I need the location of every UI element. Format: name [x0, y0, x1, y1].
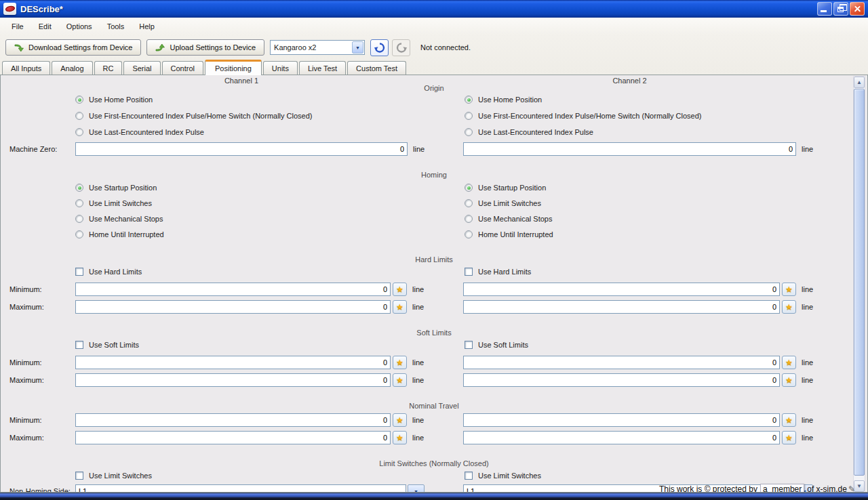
checkbox-icon	[465, 268, 473, 276]
section-title-nominal-travel: Nominal Travel	[1, 402, 867, 410]
checkbox-use-soft-limits-ch2[interactable]: Use Soft Limits	[465, 341, 528, 349]
radio-last-index-pulse-ch1[interactable]: Use Last-Encountered Index Pulse	[75, 128, 204, 136]
menu-help[interactable]: Help	[132, 20, 162, 33]
menu-tools[interactable]: Tools	[100, 20, 132, 33]
checkbox-use-hard-limits-ch1[interactable]: Use Hard Limits	[75, 268, 142, 276]
app-icon	[3, 3, 16, 15]
tab-positioning[interactable]: Positioning	[205, 60, 262, 75]
radio-use-home-position-ch2[interactable]: Use Home Position	[465, 96, 542, 104]
nominal-travel-maximum-input-ch1[interactable]	[75, 431, 391, 444]
hard-limits-maximum-input-ch1[interactable]	[75, 300, 391, 314]
watermark-text: This work is © protected by	[659, 484, 757, 493]
scroll-up-button[interactable]: ▲	[854, 77, 865, 88]
non-homing-side-select-ch1[interactable]	[75, 484, 406, 493]
restore-button[interactable]	[833, 2, 848, 16]
soft-limits-maximum-input-ch2[interactable]	[463, 373, 780, 387]
nominal-travel-minimum-input-ch1[interactable]	[75, 413, 391, 427]
download-arrow-icon	[14, 43, 24, 52]
nominal-travel-minimum-input-ch2[interactable]	[463, 413, 780, 427]
scroll-down-button[interactable]: ▼	[854, 480, 865, 492]
radio-first-index-pulse-ch1[interactable]: Use First-Encountered Index Pulse/Home S…	[75, 112, 313, 120]
chevron-down-icon[interactable]: ▼	[352, 41, 363, 54]
menu-file[interactable]: File	[4, 20, 31, 33]
capture-position-button[interactable]: ★	[782, 283, 796, 296]
tab-rc[interactable]: RC	[94, 61, 123, 75]
capture-position-button[interactable]: ★	[393, 300, 407, 314]
hard-limits-maximum-input-ch2[interactable]	[463, 300, 780, 314]
connection-status: Not connected.	[420, 43, 471, 51]
tab-all-inputs[interactable]: All Inputs	[2, 61, 50, 75]
capture-position-button[interactable]: ★	[393, 283, 407, 296]
section-title-hard-limits: Hard Limits	[1, 255, 867, 264]
hard-limits-minimum-input-ch2[interactable]	[463, 283, 780, 296]
capture-position-button[interactable]: ★	[782, 356, 796, 369]
soft-limits-minimum-input-ch2[interactable]	[463, 356, 780, 369]
capture-position-button[interactable]: ★	[393, 413, 407, 427]
hard-limits-minimum-input-ch1[interactable]	[75, 283, 391, 296]
capture-position-button[interactable]: ★	[782, 373, 796, 387]
checkbox-label: Use Hard Limits	[89, 268, 142, 276]
checkbox-use-soft-limits-ch1[interactable]: Use Soft Limits	[75, 341, 139, 349]
checkbox-use-hard-limits-ch2[interactable]: Use Hard Limits	[465, 268, 531, 276]
close-button[interactable]	[850, 2, 865, 16]
menu-edit[interactable]: Edit	[31, 20, 59, 33]
capture-position-button[interactable]: ★	[782, 300, 796, 314]
checkbox-icon	[465, 472, 473, 480]
unit-label: line	[802, 303, 813, 311]
chevron-down-icon[interactable]: ▼	[408, 484, 425, 493]
checkbox-use-limit-switches-ch2[interactable]: Use Limit Switches	[465, 472, 541, 480]
capture-position-button[interactable]: ★	[393, 373, 407, 387]
radio-icon	[75, 230, 83, 238]
radio-label: Use First-Encountered Index Pulse/Home S…	[89, 112, 313, 120]
nominal-travel-maximum-input-ch2[interactable]	[463, 431, 780, 444]
tab-live-test[interactable]: Live Test	[299, 61, 346, 75]
capture-position-button[interactable]: ★	[782, 431, 796, 444]
radio-label: Use Mechanical Stops	[89, 215, 163, 223]
capture-position-button[interactable]: ★	[393, 356, 407, 369]
radio-icon	[465, 96, 473, 104]
undo-button[interactable]	[370, 39, 389, 56]
soft-limits-minimum-input-ch1[interactable]	[75, 356, 391, 369]
star-icon: ★	[396, 303, 403, 311]
tab-custom-test[interactable]: Custom Test	[347, 61, 406, 75]
menu-options[interactable]: Options	[59, 20, 100, 33]
radio-use-limit-switches-ch1[interactable]: Use Limit Switches	[75, 199, 152, 207]
tab-serial[interactable]: Serial	[123, 61, 160, 75]
redo-button[interactable]	[392, 39, 410, 56]
tab-units[interactable]: Units	[263, 61, 298, 75]
soft-limits-minimum-label: Minimum:	[9, 358, 42, 367]
radio-label: Use Limit Switches	[478, 199, 541, 207]
radio-label: Use Startup Position	[89, 184, 157, 192]
scrollbar-thumb[interactable]	[854, 89, 865, 476]
tab-analog[interactable]: Analog	[52, 61, 92, 75]
radio-icon	[465, 112, 473, 120]
checkbox-use-limit-switches-ch1[interactable]: Use Limit Switches	[75, 472, 152, 480]
minimize-button[interactable]	[817, 2, 832, 16]
radio-use-home-position-ch1[interactable]: Use Home Position	[75, 96, 153, 104]
radio-icon	[75, 96, 83, 104]
capture-position-button[interactable]: ★	[393, 431, 407, 444]
watermark: This work is © protected by a_member of …	[659, 484, 855, 493]
radio-use-mechanical-stops-ch2[interactable]: Use Mechanical Stops	[465, 215, 552, 223]
tab-control[interactable]: Control	[162, 61, 203, 75]
radio-home-until-interrupted-ch2[interactable]: Home Until Interrupted	[465, 230, 553, 238]
vertical-scrollbar[interactable]: ▲ ▼	[853, 76, 865, 493]
radio-use-limit-switches-ch2[interactable]: Use Limit Switches	[465, 199, 541, 207]
radio-home-until-interrupted-ch1[interactable]: Home Until Interrupted	[75, 230, 164, 238]
device-select[interactable]: Kangaroo x2 ▼	[270, 40, 365, 55]
unit-label: line	[412, 376, 424, 384]
radio-use-startup-position-ch2[interactable]: Use Startup Position	[465, 184, 546, 192]
radio-label: Use Home Position	[478, 96, 542, 104]
star-icon: ★	[396, 358, 403, 367]
machine-zero-input-ch2[interactable]	[463, 142, 796, 156]
download-settings-button[interactable]: Download Settings from Device	[5, 39, 141, 56]
capture-position-button[interactable]: ★	[782, 413, 796, 427]
soft-limits-maximum-input-ch1[interactable]	[75, 373, 391, 387]
toolbar: Download Settings from Device Upload Set…	[0, 35, 868, 60]
radio-use-startup-position-ch1[interactable]: Use Startup Position	[75, 184, 157, 192]
machine-zero-input-ch1[interactable]	[75, 142, 408, 156]
upload-settings-button[interactable]: Upload Settings to Device	[146, 39, 264, 56]
radio-use-mechanical-stops-ch1[interactable]: Use Mechanical Stops	[75, 215, 163, 223]
radio-last-index-pulse-ch2[interactable]: Use Last-Encountered Index Pulse	[465, 128, 593, 136]
radio-first-index-pulse-ch2[interactable]: Use First-Encountered Index Pulse/Home S…	[465, 112, 702, 120]
